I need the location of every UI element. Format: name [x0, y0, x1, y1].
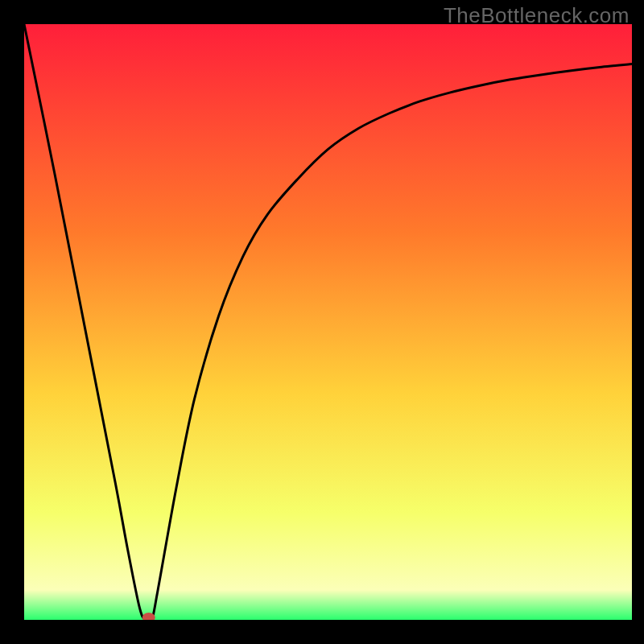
chart-svg	[24, 24, 632, 620]
watermark-text: TheBottleneck.com	[444, 3, 630, 28]
chart-frame: TheBottleneck.com	[0, 0, 644, 644]
plot-area	[24, 24, 632, 620]
gradient-background	[24, 24, 632, 620]
